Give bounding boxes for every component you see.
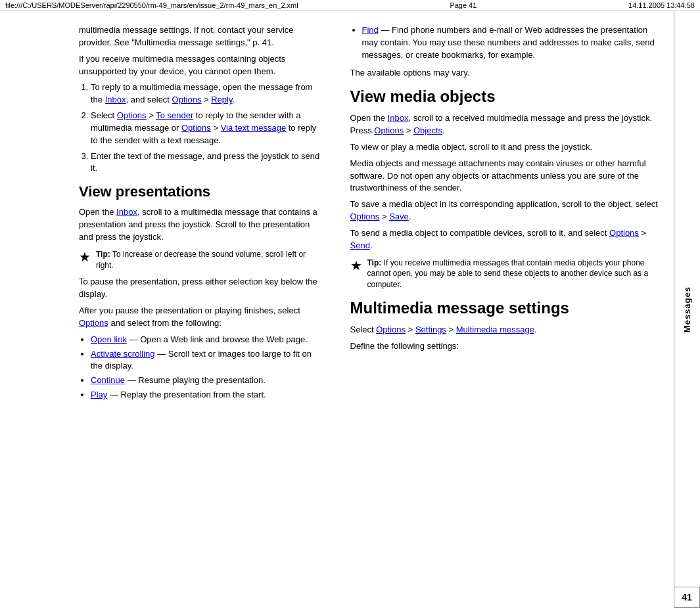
multimedia-message-link[interactable]: Multimedia message <box>456 325 534 334</box>
sidebar-label: Messages <box>682 286 692 332</box>
save-link[interactable]: Save <box>389 212 409 221</box>
tip-text-2: Tip: If you receive multimedia messages … <box>367 258 661 290</box>
tip-icon-1: ★ <box>79 248 91 267</box>
step-2: Select Options > To sender to reply to t… <box>91 110 324 147</box>
options-link-8[interactable]: Options <box>376 325 406 334</box>
tip-box-2: ★ Tip: If you receive multimedia message… <box>350 258 661 290</box>
bullet-find: Find — Find phone numbers and e-mail or … <box>362 24 661 62</box>
presentations-p2: To pause the presentation, press either … <box>79 276 324 301</box>
media-p5: To send a media object to compatible dev… <box>350 227 661 252</box>
inbox-link-2[interactable]: Inbox <box>116 207 137 217</box>
right-column: Find — Find phone numbers and e-mail or … <box>337 24 674 608</box>
media-p2: To view or play a media object, scroll t… <box>350 141 661 154</box>
mms-p2: Define the following settings: <box>350 340 661 353</box>
options-link-7[interactable]: Options <box>609 228 639 238</box>
via-text-link[interactable]: Via text message <box>221 123 286 133</box>
media-p3: Media objects and message attachments ma… <box>350 158 661 195</box>
top-bar: file:///C:/USERS/MODEServer/rapi/2290550… <box>0 0 700 11</box>
reply-steps: To reply to a multimedia message, open t… <box>91 81 324 175</box>
send-link[interactable]: Send <box>350 240 370 250</box>
activate-scrolling-link[interactable]: Activate scrolling <box>91 349 155 359</box>
bullet-continue: Continue — Resume playing the presentati… <box>91 374 324 387</box>
options-vary: The available options may vary. <box>350 67 661 79</box>
options-link-5[interactable]: Options <box>374 125 404 135</box>
bullet-activate-scrolling: Activate scrolling — Scroll text or imag… <box>91 348 324 373</box>
page-label: Page 41 <box>450 1 477 9</box>
tip-content-1: To increase or decrease the sound volume… <box>96 250 306 270</box>
options-link-2[interactable]: Options <box>117 110 147 120</box>
bullet-play: Play — Replay the presentation from the … <box>91 389 324 401</box>
intro-p1: multimedia message settings. If not, con… <box>79 24 324 49</box>
reply-link[interactable]: Reply <box>211 95 232 104</box>
objects-link[interactable]: Objects <box>413 125 442 135</box>
intro-p2: If you receive multimedia messages conta… <box>79 53 324 78</box>
heading-presentations: View presentations <box>79 181 324 202</box>
main-content: multimedia message settings. If not, con… <box>0 11 674 608</box>
right-bullet-list: Find — Find phone numbers and e-mail or … <box>362 24 661 62</box>
tip-label-1: Tip: <box>96 250 110 259</box>
right-sidebar: Messages 41 <box>674 11 700 608</box>
tip-label-2: Tip: <box>367 258 382 267</box>
step-3: Enter the text of the message, and press… <box>91 150 324 175</box>
tip-content-2: If you receive multimedia messages that … <box>367 258 649 290</box>
inbox-link-3[interactable]: Inbox <box>388 113 409 123</box>
heading-mms: Multimedia message settings <box>350 297 661 320</box>
settings-link[interactable]: Settings <box>415 325 446 334</box>
open-link-link[interactable]: Open link <box>91 334 127 344</box>
left-column: multimedia message settings. If not, con… <box>0 24 337 608</box>
media-p4: To save a media object in its correspond… <box>350 198 661 223</box>
options-link-4[interactable]: Options <box>79 318 108 328</box>
find-link[interactable]: Find <box>362 25 379 35</box>
heading-media: View media objects <box>350 85 661 108</box>
tip-box-1: ★ Tip: To increase or decrease the sound… <box>79 249 324 271</box>
options-link-3[interactable]: Options <box>181 123 211 133</box>
continue-link[interactable]: Continue <box>91 375 125 385</box>
page-number: 41 <box>674 587 700 608</box>
presentations-p3: After you pause the presentation or play… <box>79 305 324 330</box>
step-1: To reply to a multimedia message, open t… <box>91 81 324 106</box>
inbox-link-1[interactable]: Inbox <box>105 95 126 104</box>
mms-p1: Select Options > Settings > Multimedia m… <box>350 324 661 336</box>
media-p1: Open the Inbox, scroll to a received mul… <box>350 112 661 137</box>
play-link[interactable]: Play <box>91 390 107 399</box>
tip-icon-2: ★ <box>350 256 362 275</box>
page-layout: multimedia message settings. If not, con… <box>0 11 700 608</box>
timestamp: 14.11.2005 13:44:58 <box>628 1 695 9</box>
filepath: file:///C:/USERS/MODEServer/rapi/2290550… <box>5 1 298 9</box>
tip-text-1: Tip: To increase or decrease the sound v… <box>96 249 324 271</box>
options-link-6[interactable]: Options <box>350 212 380 221</box>
presentations-p1: Open the Inbox, scroll to a multimedia m… <box>79 206 324 244</box>
to-sender-link[interactable]: To sender <box>156 110 193 120</box>
options-link-1[interactable]: Options <box>172 95 202 104</box>
bullet-open-link: Open link — Open a Web link and browse t… <box>91 334 324 346</box>
bullet-list: Open link — Open a Web link and browse t… <box>91 334 324 401</box>
